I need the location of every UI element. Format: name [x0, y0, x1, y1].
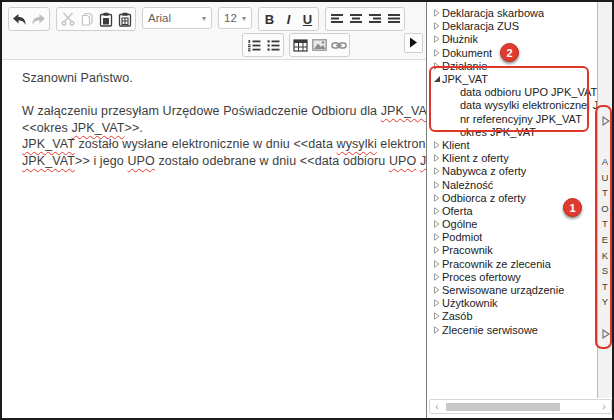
tree-collapsed-icon[interactable]	[433, 192, 441, 204]
tree-item[interactable]: Należność	[427, 178, 597, 191]
tree-collapsed-icon[interactable]	[433, 324, 441, 336]
bullet-list-button[interactable]	[263, 35, 282, 55]
scroll-right-arrow[interactable]: ›	[598, 400, 610, 413]
paste-button[interactable]	[96, 9, 115, 29]
align-center-button[interactable]	[346, 9, 365, 29]
editor-line: <<okres JPK_VAT>>.	[22, 120, 418, 137]
tree-item[interactable]: Dłużnik	[427, 33, 597, 46]
tree-toggle[interactable]	[431, 297, 442, 309]
strip-expand-arrow-bottom[interactable]	[600, 328, 611, 339]
tree-item[interactable]: Dokument	[427, 46, 597, 59]
paste-from-word-button[interactable]	[115, 9, 134, 29]
tree-child-item[interactable]: data odbioru UPO JPK_VAT	[427, 86, 597, 99]
tree-toggle[interactable]	[431, 73, 442, 85]
tree-collapsed-icon[interactable]	[433, 258, 441, 270]
numbered-list-button[interactable]	[244, 35, 263, 55]
tree-item[interactable]: Pracownik ze zlecenia	[427, 257, 597, 270]
tree-item[interactable]: Podmiot	[427, 231, 597, 244]
tree-child-item[interactable]: okres JPK_VAT	[427, 125, 597, 138]
tree-toggle[interactable]	[431, 47, 442, 59]
tree-collapsed-icon[interactable]	[433, 7, 441, 19]
tree-item[interactable]: Zasób	[427, 310, 597, 323]
tree-collapsed-icon[interactable]	[433, 152, 441, 164]
tree-item[interactable]: JPK_VAT	[427, 72, 597, 85]
tree-collapsed-icon[interactable]	[433, 244, 441, 256]
tree-collapsed-icon[interactable]	[433, 47, 441, 59]
tree-toggle[interactable]	[431, 7, 442, 19]
scrollbar-thumb[interactable]	[446, 403, 560, 411]
tree-collapsed-icon[interactable]	[433, 284, 441, 296]
tree-collapsed-icon[interactable]	[433, 310, 441, 322]
insert-table-button[interactable]	[291, 35, 310, 55]
tree-collapsed-icon[interactable]	[433, 165, 441, 177]
redo-button[interactable]	[29, 9, 48, 29]
tree-item[interactable]: Odbiorca z oferty	[427, 191, 597, 204]
tree-collapsed-icon[interactable]	[433, 271, 441, 283]
editor-line: W załączeniu przesyłam Urzędowe Poświadc…	[22, 103, 418, 120]
copy-icon	[80, 12, 94, 26]
align-right-button[interactable]	[365, 9, 384, 29]
tree-collapsed-icon[interactable]	[433, 218, 441, 230]
font-family-select[interactable]: Arial ▾	[142, 7, 212, 29]
tree-toggle[interactable]	[431, 324, 442, 336]
tree-toggle[interactable]	[431, 258, 442, 270]
tree-toggle[interactable]	[431, 271, 442, 283]
tree-item[interactable]: Klient	[427, 138, 597, 151]
tree-toggle[interactable]	[431, 179, 442, 191]
tree-item[interactable]: Pracownik	[427, 244, 597, 257]
tree-toggle[interactable]	[431, 310, 442, 322]
autotext-strip[interactable]: AUTOTEKSTY	[597, 2, 612, 398]
tree-item[interactable]: Klient z oferty	[427, 152, 597, 165]
tree-expanded-icon[interactable]	[433, 73, 441, 85]
tree-toggle[interactable]	[431, 33, 442, 45]
copy-button[interactable]	[77, 9, 96, 29]
tree-collapsed-icon[interactable]	[433, 20, 441, 32]
underline-button[interactable]: U	[298, 9, 317, 29]
tree-item[interactable]: Użytkownik	[427, 297, 597, 310]
tree-collapsed-icon[interactable]	[433, 33, 441, 45]
tree-item[interactable]: Ogólne	[427, 218, 597, 231]
tree-collapsed-icon[interactable]	[433, 231, 441, 243]
tree-item[interactable]: Zlecenie serwisowe	[427, 323, 597, 336]
tree-item[interactable]: Proces ofertowy	[427, 270, 597, 283]
tree-child-item[interactable]: nr referencyjny JPK_VAT	[427, 112, 597, 125]
tree-horizontal-scrollbar[interactable]: ‹ ›	[429, 399, 612, 414]
cut-button[interactable]	[58, 9, 77, 29]
align-justify-button[interactable]	[384, 9, 403, 29]
tree-item[interactable]: Działanie	[427, 59, 597, 72]
tree-item[interactable]: Nabywca z oferty	[427, 165, 597, 178]
collapse-arrow-icon	[409, 34, 418, 52]
tree-toggle[interactable]	[431, 60, 442, 72]
strip-expand-arrow-top[interactable]	[600, 115, 611, 126]
italic-button[interactable]: I	[279, 9, 298, 29]
tree-toggle[interactable]	[431, 218, 442, 230]
tree-toggle[interactable]	[431, 20, 442, 32]
tree-child-item[interactable]: data wysylki elektronicznej JPK_VAT	[427, 99, 597, 112]
tree-collapsed-icon[interactable]	[433, 205, 441, 217]
tree-item[interactable]: Deklaracja ZUS	[427, 20, 597, 33]
tree-toggle[interactable]	[431, 205, 442, 217]
tree-item[interactable]: Oferta	[427, 204, 597, 217]
toolbar-collapse-button[interactable]	[404, 33, 423, 53]
align-left-button[interactable]	[327, 9, 346, 29]
scroll-left-arrow[interactable]: ‹	[431, 400, 443, 413]
insert-image-button[interactable]	[310, 35, 329, 55]
bold-button[interactable]: B	[260, 9, 279, 29]
undo-button[interactable]	[10, 9, 29, 29]
tree-collapsed-icon[interactable]	[433, 297, 441, 309]
tree-toggle[interactable]	[431, 231, 442, 243]
tree-toggle[interactable]	[431, 284, 442, 296]
font-size-select[interactable]: 12 ▾	[218, 7, 252, 29]
tree-toggle[interactable]	[431, 192, 442, 204]
editor-canvas[interactable]: Szanowni Państwo. W załączeniu przesyłam…	[2, 60, 426, 418]
tree-toggle[interactable]	[431, 139, 442, 151]
tree-collapsed-icon[interactable]	[433, 60, 441, 72]
insert-link-button[interactable]	[329, 35, 348, 55]
tree-toggle[interactable]	[431, 152, 442, 164]
tree-item[interactable]: Deklaracja skarbowa	[427, 7, 597, 20]
tree-collapsed-icon[interactable]	[433, 179, 441, 191]
tree-toggle[interactable]	[431, 244, 442, 256]
tree-toggle[interactable]	[431, 165, 442, 177]
tree-item[interactable]: Serwisowane urządzenie	[427, 283, 597, 296]
tree-collapsed-icon[interactable]	[433, 139, 441, 151]
